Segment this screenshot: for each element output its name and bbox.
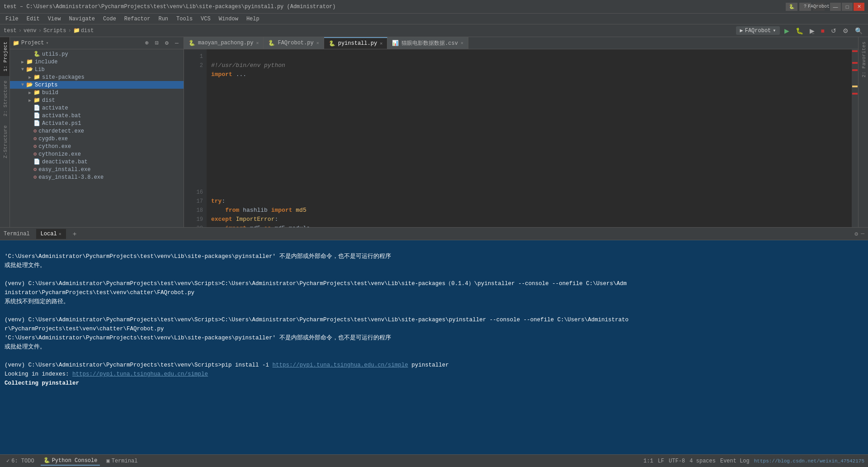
tab-csv[interactable]: 📊 猫眼电影数据数据.csv ✕	[387, 37, 468, 49]
bc-scripts[interactable]: Scripts	[43, 28, 66, 34]
minimize-button[interactable]: —	[830, 3, 841, 11]
tree-item-chardetect[interactable]: ⚙ chardetect.exe	[10, 127, 184, 135]
tree-item-cython[interactable]: ⚙ cython.exe	[10, 143, 184, 150]
menu-help[interactable]: Help	[243, 15, 263, 23]
search-button[interactable]: 🔍	[853, 26, 864, 35]
tree-item-activate-ps1[interactable]: 📄 Activate.ps1	[10, 119, 184, 127]
tree-item-include[interactable]: ▶ 📁 include	[10, 58, 184, 66]
label-easy-install: easy_install.exe	[38, 167, 90, 173]
python-console-tab[interactable]: 🐍 Python Console	[41, 456, 100, 466]
terminal-line-15: Collecting pyinstaller	[5, 380, 79, 386]
tab-maoyan-close[interactable]: ✕	[256, 40, 259, 46]
tab-pyinstall-close[interactable]: ✕	[380, 41, 382, 46]
menu-vcs[interactable]: VCS	[197, 15, 214, 23]
stop-button[interactable]: ■	[819, 26, 826, 35]
bc-sep1: ›	[19, 28, 22, 34]
terminal-hide-icon[interactable]: —	[861, 230, 864, 237]
tree-item-easy-install-38[interactable]: ⚙ easy_install-3.8.exe	[10, 173, 184, 181]
run-config-selector[interactable]: ▶ FAQrobot ▾	[736, 26, 779, 35]
menu-run[interactable]: Run	[155, 15, 172, 23]
faqrobot-dropdown[interactable]: FAQrobot	[813, 3, 825, 11]
bottom-bar: ✓ 6: TODO 🐍 Python Console ▣ Terminal 1:…	[0, 454, 868, 467]
tree-item-build[interactable]: ▶ 📁 build	[10, 89, 184, 96]
terminal-line-10: 'C:\Users\Administrator\PycharmProjects\…	[5, 335, 391, 341]
todo-tab[interactable]: ✓ 6: TODO	[4, 457, 37, 465]
label-utils: utils.py	[42, 51, 68, 57]
close-button[interactable]: ✕	[854, 3, 864, 11]
tree-item-activate[interactable]: 📄 activate	[10, 104, 184, 112]
tree-item-cythonize[interactable]: ⚙ cythonize.exe	[10, 150, 184, 158]
menu-window[interactable]: Window	[215, 15, 242, 23]
settings-btn[interactable]: ⚙	[163, 39, 171, 47]
tab-pyinstall[interactable]: 🐍 pyinstall.py ✕	[324, 37, 387, 49]
icon-include: 📁	[26, 58, 33, 65]
sidebar: 📁 Project ▾ ⊕ ⊡ ⚙ — 🐍 utils.py	[10, 37, 184, 227]
locate-btn[interactable]: ⊡	[153, 39, 161, 47]
tree-item-scripts[interactable]: ▼ 📂 Scripts	[10, 81, 184, 89]
terminal-tabs: Local ✕	[36, 229, 66, 239]
terminal-tab-bottom[interactable]: ▣ Terminal	[104, 457, 140, 465]
event-log[interactable]: Event Log	[720, 458, 750, 464]
tab-csv-icon: 📊	[392, 40, 399, 47]
menu-file[interactable]: File	[2, 15, 22, 23]
icon-easy-install: ⚙	[33, 166, 37, 173]
tab-faqrobot[interactable]: 🐍 FAQrobot.py ✕	[264, 37, 324, 49]
terminal-line-9: r\PycharmProjects\test\venv\chatter\FAQr…	[5, 326, 164, 332]
terminal-tab-local[interactable]: Local ✕	[36, 229, 66, 239]
menu-edit[interactable]: Edit	[23, 15, 43, 23]
pypi-link-1[interactable]: https://pypi.tuna.tsinghua.edu.cn/simple	[273, 362, 408, 368]
rerun-button[interactable]: ↺	[829, 26, 838, 35]
encoding-indicator[interactable]: UTF-8	[669, 458, 685, 464]
tab-structure[interactable]: 2: Structure	[0, 76, 9, 121]
tree-item-lib[interactable]: ▼ 📂 Lib	[10, 66, 184, 73]
tab-csv-close[interactable]: ✕	[461, 40, 463, 46]
bc-test[interactable]: test	[4, 28, 17, 34]
pycharm-logo-btn[interactable]: 🐍	[786, 3, 797, 11]
tree-item-activate-bat[interactable]: 📄 activate.bat	[10, 112, 184, 119]
menu-view[interactable]: View	[44, 15, 65, 23]
menu-code[interactable]: Code	[99, 15, 120, 23]
terminal-tab-close[interactable]: ✕	[59, 231, 61, 237]
bottom-bar-right: 1:1 LF UTF-8 4 spaces Event Log https://…	[643, 458, 864, 464]
python-console-label: Python Console	[52, 457, 98, 464]
label-deactivate: deactivate.bat	[42, 159, 88, 165]
tree-item-site-packages[interactable]: ▶ 📁 site-packages	[10, 73, 184, 81]
app-window: test – C:\Users\Administrator\PycharmPro…	[0, 0, 868, 467]
coverage-button[interactable]: ▶̤	[808, 26, 816, 35]
indent-indicator[interactable]: 4 spaces	[689, 458, 716, 464]
run-config-icon: ▶	[740, 27, 743, 34]
hide-btn[interactable]: —	[173, 39, 181, 47]
tree-item-dist[interactable]: ▶ 📁 dist	[10, 96, 184, 104]
collapse-all-btn[interactable]: ⊕	[143, 39, 151, 47]
label-activate: activate	[42, 105, 68, 111]
tree-item-cygdb[interactable]: ⚙ cygdb.exe	[10, 135, 184, 143]
build-button[interactable]: ⚙	[841, 26, 850, 35]
tree-item-easy-install[interactable]: ⚙ easy_install.exe	[10, 166, 184, 173]
menu-navigate[interactable]: Navigate	[65, 15, 99, 23]
terminal-content[interactable]: 'C:\Users\Administrator\PycharmProjects\…	[0, 240, 868, 454]
tab-favorites[interactable]: 2: Favorites	[859, 37, 868, 82]
tree-item-deactivate[interactable]: 📄 deactivate.bat	[10, 158, 184, 166]
debug-button[interactable]: 🐛	[794, 26, 805, 35]
tab-faqrobot-close[interactable]: ✕	[316, 40, 319, 46]
bc-sep3: ›	[68, 28, 71, 34]
bc-venv[interactable]: venv	[24, 28, 37, 34]
pypi-link-2[interactable]: https://pypi.tuna.tsinghua.edu.cn/simple	[72, 371, 208, 377]
tab-maoyan[interactable]: 🐍 maoyan_pachong.py ✕	[184, 37, 264, 49]
tab-z-structure[interactable]: Z-Structure	[0, 121, 9, 163]
icon-deactivate: 📄	[33, 158, 40, 165]
url-indicator[interactable]: https://blog.csdn.net/weixin_47542175	[754, 458, 864, 464]
code-content[interactable]: #!/usr/bin/env python import ... try: fr…	[207, 49, 852, 227]
bc-dist[interactable]: 📁dist	[73, 27, 94, 34]
terminal-add-tab[interactable]: ＋	[70, 230, 80, 238]
maximize-button[interactable]: □	[842, 3, 853, 11]
icon-lib: 📂	[26, 66, 33, 73]
win-btns: — □ ✕	[830, 3, 864, 11]
terminal-settings-icon[interactable]: ⚙	[854, 230, 858, 238]
run-button[interactable]: ▶	[783, 26, 791, 35]
tree-item-utils[interactable]: 🐍 utils.py	[10, 50, 184, 58]
tab-project[interactable]: 1: Project	[0, 37, 9, 76]
icon-chardetect: ⚙	[33, 128, 37, 134]
menu-tools[interactable]: Tools	[173, 15, 196, 23]
menu-refactor[interactable]: Refactor	[121, 15, 154, 23]
